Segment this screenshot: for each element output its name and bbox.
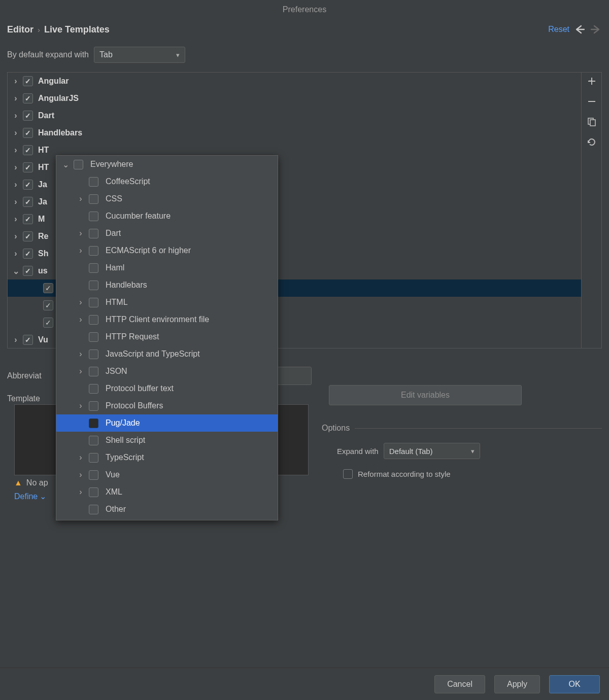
chevron-right-icon[interactable]: › xyxy=(11,163,21,172)
context-item[interactable]: ›Cucumber feature xyxy=(56,207,278,225)
context-item[interactable]: ›Shell script xyxy=(56,432,278,449)
chevron-right-icon[interactable]: › xyxy=(76,194,86,203)
context-item[interactable]: ›Dart xyxy=(56,225,278,242)
ok-button[interactable]: OK xyxy=(549,675,600,693)
context-checkbox[interactable] xyxy=(89,418,98,428)
chevron-right-icon[interactable]: › xyxy=(11,146,21,155)
context-checkbox[interactable] xyxy=(89,263,98,273)
chevron-down-icon[interactable]: ⌄ xyxy=(11,266,21,276)
chevron-right-icon[interactable]: › xyxy=(76,453,86,462)
context-item[interactable]: ›HTML xyxy=(56,294,278,311)
context-root[interactable]: ⌄Everywhere xyxy=(56,156,278,173)
context-checkbox[interactable] xyxy=(89,436,98,445)
context-item[interactable]: ›Handlebars xyxy=(56,276,278,294)
back-arrow-icon[interactable] xyxy=(573,23,586,36)
context-item[interactable]: ›Protocol Buffers xyxy=(56,397,278,414)
tree-checkbox[interactable] xyxy=(23,214,33,224)
context-checkbox[interactable] xyxy=(89,401,98,411)
context-item[interactable]: ›JavaScript and TypeScript xyxy=(56,345,278,363)
chevron-right-icon[interactable]: › xyxy=(76,229,86,238)
tree-checkbox[interactable] xyxy=(23,76,33,86)
chevron-right-icon[interactable]: › xyxy=(11,249,21,258)
chevron-right-icon[interactable]: › xyxy=(11,232,21,241)
chevron-right-icon[interactable]: › xyxy=(11,180,21,189)
reset-link[interactable]: Reset xyxy=(548,25,569,34)
tree-checkbox[interactable] xyxy=(23,249,33,259)
cancel-button[interactable]: Cancel xyxy=(434,675,485,693)
chevron-right-icon[interactable]: › xyxy=(11,215,21,224)
tree-checkbox[interactable] xyxy=(23,266,33,276)
chevron-down-icon[interactable]: ⌄ xyxy=(60,160,71,169)
context-item[interactable]: ›Protocol buffer text xyxy=(56,380,278,397)
context-checkbox[interactable] xyxy=(89,367,98,376)
context-checkbox[interactable] xyxy=(89,281,98,290)
context-checkbox[interactable] xyxy=(89,315,98,325)
tree-checkbox[interactable] xyxy=(23,145,33,155)
context-item[interactable]: ›HTTP Request xyxy=(56,328,278,345)
context-checkbox[interactable] xyxy=(89,453,98,463)
context-item[interactable]: ›Haml xyxy=(56,259,278,276)
chevron-right-icon[interactable]: › xyxy=(11,128,21,137)
define-context-link[interactable]: Define ⌄ xyxy=(14,492,46,501)
context-checkbox[interactable] xyxy=(89,246,98,256)
chevron-right-icon[interactable]: › xyxy=(11,111,21,120)
context-checkbox[interactable] xyxy=(89,229,98,238)
apply-button[interactable]: Apply xyxy=(494,675,540,693)
chevron-right-icon[interactable]: › xyxy=(76,367,86,376)
context-item[interactable]: ›XML xyxy=(56,483,278,501)
add-icon[interactable] xyxy=(586,76,597,87)
copy-icon[interactable] xyxy=(586,116,597,127)
chevron-right-icon[interactable]: › xyxy=(11,94,21,103)
tree-group[interactable]: ›Dart xyxy=(8,107,581,124)
context-item[interactable]: ›Vue xyxy=(56,466,278,483)
remove-icon[interactable] xyxy=(586,96,597,107)
tree-checkbox[interactable] xyxy=(23,197,33,207)
context-checkbox[interactable] xyxy=(89,212,98,221)
chevron-right-icon[interactable]: › xyxy=(11,77,21,86)
tree-checkbox[interactable] xyxy=(23,111,33,121)
reformat-checkbox[interactable] xyxy=(343,469,353,479)
tree-checkbox[interactable] xyxy=(23,128,33,138)
chevron-right-icon[interactable]: › xyxy=(76,315,86,324)
tree-group[interactable]: ›Angular xyxy=(8,73,581,90)
chevron-right-icon[interactable]: › xyxy=(76,246,86,255)
chevron-right-icon[interactable]: › xyxy=(76,470,86,479)
tree-checkbox[interactable] xyxy=(23,335,33,345)
options-expand-select[interactable]: Default (Tab) xyxy=(384,443,480,459)
context-checkbox[interactable] xyxy=(89,194,98,204)
tree-checkbox[interactable] xyxy=(43,300,53,310)
context-checkbox[interactable] xyxy=(89,487,98,497)
context-checkbox[interactable] xyxy=(89,332,98,342)
chevron-right-icon[interactable]: › xyxy=(76,349,86,359)
context-checkbox[interactable] xyxy=(89,349,98,359)
context-item[interactable]: ›Other xyxy=(56,501,278,518)
tree-checkbox[interactable] xyxy=(43,283,53,293)
tree-group[interactable]: ›AngularJS xyxy=(8,90,581,107)
default-expand-select[interactable]: Tab xyxy=(94,47,185,63)
chevron-right-icon[interactable]: › xyxy=(76,487,86,497)
chevron-right-icon[interactable]: › xyxy=(76,401,86,410)
reformat-option[interactable]: Reformat according to style xyxy=(322,469,602,479)
tree-checkbox[interactable] xyxy=(23,93,33,103)
context-item[interactable]: ›JSON xyxy=(56,363,278,380)
context-item[interactable]: ›TypeScript xyxy=(56,449,278,466)
tree-checkbox[interactable] xyxy=(43,318,53,328)
context-item[interactable]: ›CSS xyxy=(56,190,278,207)
tree-checkbox[interactable] xyxy=(23,162,33,172)
context-popup[interactable]: ⌄Everywhere›CoffeeScript›CSS›Cucumber fe… xyxy=(56,155,278,520)
context-checkbox[interactable] xyxy=(89,177,98,187)
context-checkbox[interactable] xyxy=(89,298,98,307)
breadcrumb-root[interactable]: Editor xyxy=(7,24,33,35)
context-item[interactable]: ›CoffeeScript xyxy=(56,173,278,190)
context-checkbox[interactable] xyxy=(89,470,98,480)
chevron-right-icon[interactable]: › xyxy=(76,298,86,307)
context-checkbox[interactable] xyxy=(89,384,98,394)
chevron-right-icon[interactable]: › xyxy=(11,197,21,206)
chevron-right-icon[interactable]: › xyxy=(11,335,21,344)
tree-checkbox[interactable] xyxy=(23,231,33,241)
revert-icon[interactable] xyxy=(586,136,597,148)
edit-variables-button[interactable]: Edit variables xyxy=(329,385,522,405)
context-checkbox[interactable] xyxy=(74,160,83,169)
context-item[interactable]: ›Pug/Jade xyxy=(56,414,278,432)
tree-checkbox[interactable] xyxy=(23,180,33,190)
